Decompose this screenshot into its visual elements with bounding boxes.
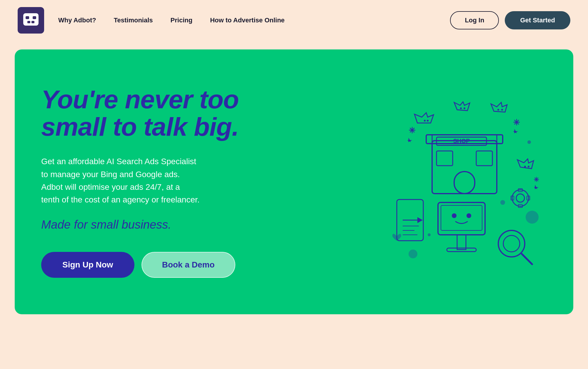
nav-why-adbot[interactable]: Why Adbot? (58, 16, 96, 24)
header: Why Adbot? Testimonials Pricing How to A… (0, 0, 588, 41)
svg-point-46 (516, 194, 524, 202)
login-button[interactable]: Log In (450, 11, 499, 29)
hero-description: Get an affordable AI Search Ads Speciali… (41, 155, 200, 206)
svg-rect-3 (27, 21, 30, 23)
svg-point-39 (428, 233, 431, 236)
svg-rect-5 (432, 141, 497, 194)
svg-marker-22 (417, 217, 423, 223)
svg-text:✳: ✳ (534, 176, 539, 183)
hero-content: You're never too small to talk big. Get … (41, 86, 247, 277)
svg-text:✳: ✳ (513, 118, 520, 127)
main-nav: Why Adbot? Testimonials Pricing How to A… (58, 16, 436, 24)
svg-rect-11 (476, 151, 492, 166)
svg-point-26 (498, 230, 525, 257)
signup-button[interactable]: Sign Up Now (41, 252, 134, 278)
hero-illustration: SHOP (379, 94, 550, 270)
svg-point-29 (424, 120, 426, 122)
logo[interactable] (18, 7, 44, 34)
svg-point-38 (409, 250, 417, 258)
hero-buttons: Sign Up Now Book a Demo (41, 252, 247, 278)
svg-rect-1 (26, 16, 29, 19)
svg-rect-9 (454, 172, 475, 194)
demo-button[interactable]: Book a Demo (141, 252, 235, 278)
get-started-button[interactable]: Get Started (505, 11, 570, 29)
svg-point-17 (467, 213, 471, 218)
svg-rect-18 (457, 235, 466, 250)
svg-point-33 (497, 109, 499, 111)
svg-point-35 (524, 166, 526, 167)
svg-rect-4 (31, 21, 34, 23)
svg-rect-0 (23, 13, 39, 26)
nav-testimonials[interactable]: Testimonials (114, 16, 153, 24)
svg-point-28 (503, 235, 520, 252)
nav-how-to-advertise[interactable]: How to Advertise Online (210, 16, 284, 24)
svg-point-32 (464, 107, 465, 109)
svg-point-36 (528, 166, 529, 167)
svg-rect-10 (437, 151, 453, 166)
hero-tagline: Made for small business. (41, 218, 247, 231)
svg-point-31 (460, 107, 462, 109)
svg-point-41 (527, 140, 531, 144)
svg-point-16 (452, 213, 457, 218)
svg-point-30 (427, 120, 429, 122)
svg-point-34 (501, 109, 503, 111)
hero-section: You're never too small to talk big. Get … (15, 49, 573, 314)
nav-pricing[interactable]: Pricing (171, 16, 193, 24)
svg-point-45 (512, 190, 529, 206)
svg-point-40 (500, 200, 505, 205)
svg-text:✳: ✳ (409, 126, 416, 135)
svg-line-27 (522, 254, 532, 264)
svg-text:SHOP: SHOP (453, 138, 470, 144)
header-actions: Log In Get Started (450, 11, 570, 29)
svg-rect-14 (438, 202, 485, 235)
svg-rect-15 (441, 205, 482, 230)
svg-rect-2 (33, 16, 36, 19)
hero-title: You're never too small to talk big. (41, 86, 247, 140)
svg-point-37 (526, 211, 539, 224)
